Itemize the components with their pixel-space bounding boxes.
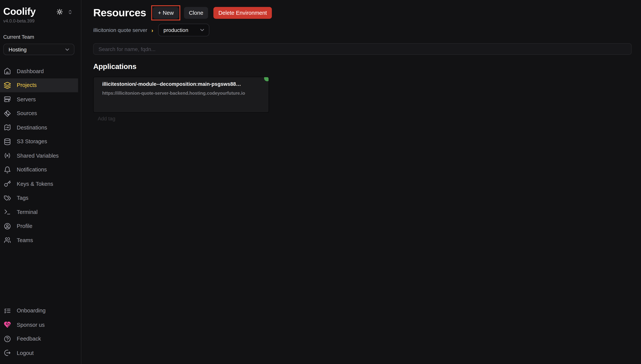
server-icon [4, 96, 11, 103]
sidebar-item-onboarding[interactable]: Onboarding [0, 304, 78, 318]
applications-heading: Applications [93, 62, 632, 71]
new-button[interactable]: + New [153, 7, 179, 19]
current-team-label: Current Team [3, 34, 74, 40]
team-select-value: Hosting [9, 46, 27, 52]
bell-icon [4, 166, 11, 174]
sidebar-item-terminal[interactable]: Terminal [0, 205, 78, 219]
app-version: v4.0.0-beta.399 [3, 18, 74, 23]
sidebar-item-label: Profile [17, 223, 33, 229]
sidebar-item-shared-variables[interactable]: Shared Variables [0, 148, 78, 163]
sidebar-item-label: Notifications [17, 167, 47, 173]
sidebar-item-label: Servers [17, 96, 36, 102]
users-icon [4, 236, 11, 244]
sidebar-item-profile[interactable]: Profile [0, 219, 78, 233]
chevron-down-icon [64, 46, 70, 52]
variable-icon [4, 152, 11, 159]
sidebar-item-tags[interactable]: Tags [0, 191, 78, 205]
chevrons-up-down-icon[interactable] [68, 9, 73, 15]
page-title: Resources [93, 6, 146, 19]
heart-handshake-icon [4, 321, 11, 328]
environment-select-value: production [163, 27, 188, 33]
help-circle-icon [4, 335, 11, 342]
map-icon [4, 124, 11, 131]
key-icon [4, 180, 11, 188]
sidebar-item-projects[interactable]: Projects [0, 78, 78, 92]
sidebar-item-label: Terminal [17, 209, 38, 215]
main-content: Resources + New Clone Delete Environment… [81, 0, 641, 364]
sidebar-item-label: S3 Storages [17, 138, 47, 144]
sidebar-item-servers[interactable]: Servers [0, 92, 78, 106]
sidebar-item-label: Sources [17, 110, 37, 116]
environment-select[interactable]: production [158, 24, 209, 36]
sidebar-item-logout[interactable]: Logout [0, 346, 78, 360]
sidebar-item-teams[interactable]: Teams [0, 233, 78, 248]
breadcrumb-project-link[interactable]: illicitonion quote server [93, 27, 147, 33]
sidebar-item-label: Sponsor us [17, 322, 45, 328]
sidebar-item-destinations[interactable]: Destinations [0, 120, 78, 134]
sidebar-item-label: Shared Variables [17, 153, 59, 159]
sidebar-item-label: Projects [17, 82, 37, 88]
sidebar-item-sponsor-us[interactable]: Sponsor us [0, 318, 78, 332]
search-input[interactable] [93, 43, 632, 55]
sidebar-item-label: Destinations [17, 124, 47, 130]
team-select[interactable]: Hosting [3, 44, 74, 55]
application-name: illicitestonion/-module--decomposition:m… [102, 81, 260, 87]
sidebar: Coolify v4.0.0-beta.399 Current Team Hos… [0, 0, 81, 364]
home-icon [4, 68, 11, 75]
sidebar-nav: DashboardProjectsServersSourcesDestinati… [0, 64, 81, 247]
sidebar-item-label: Onboarding [17, 308, 46, 314]
status-running-icon [264, 77, 269, 81]
user-circle-icon [4, 222, 11, 230]
breadcrumb-chevron-icon: › [151, 27, 153, 34]
tag-icon [4, 194, 11, 202]
coolify-app: Coolify v4.0.0-beta.399 Current Team Hos… [0, 0, 641, 364]
git-source-icon [4, 110, 11, 117]
chevron-down-icon [199, 27, 205, 33]
app-logo: Coolify [3, 6, 36, 17]
application-card[interactable]: illicitestonion/-module--decomposition:m… [93, 77, 269, 113]
layers-icon [4, 82, 11, 89]
sidebar-item-label: Teams [17, 237, 33, 243]
sidebar-footer-nav: OnboardingSponsor usFeedbackLogout [0, 304, 81, 364]
sidebar-item-dashboard[interactable]: Dashboard [0, 64, 78, 78]
sidebar-item-s3-storages[interactable]: S3 Storages [0, 134, 78, 149]
delete-environment-button[interactable]: Delete Environment [214, 7, 272, 19]
sidebar-item-keys-tokens[interactable]: Keys & Tokens [0, 177, 78, 191]
sidebar-item-label: Logout [17, 350, 34, 356]
database-icon [4, 138, 11, 145]
new-button-annotation: + New [153, 7, 179, 19]
sidebar-item-label: Feedback [17, 336, 41, 342]
sidebar-item-feedback[interactable]: Feedback [0, 332, 78, 346]
sidebar-item-label: Tags [17, 195, 29, 201]
logout-icon [4, 349, 11, 357]
sidebar-item-sources[interactable]: Sources [0, 106, 78, 120]
clone-button[interactable]: Clone [184, 7, 208, 19]
add-tag-input[interactable] [97, 116, 188, 122]
sidebar-item-label: Dashboard [17, 68, 44, 74]
checklist-icon [4, 307, 11, 314]
application-url: https://illicitonion-quote-server-backen… [102, 91, 260, 96]
page-header: Resources + New Clone Delete Environment [93, 5, 632, 20]
sun-icon[interactable] [56, 8, 63, 15]
sidebar-item-label: Keys & Tokens [17, 181, 53, 187]
breadcrumb: illicitonion quote server › production [93, 24, 632, 36]
sidebar-item-notifications[interactable]: Notifications [0, 163, 78, 177]
sidebar-header: Coolify v4.0.0-beta.399 Current Team Hos… [0, 0, 81, 55]
terminal-icon [4, 208, 11, 216]
